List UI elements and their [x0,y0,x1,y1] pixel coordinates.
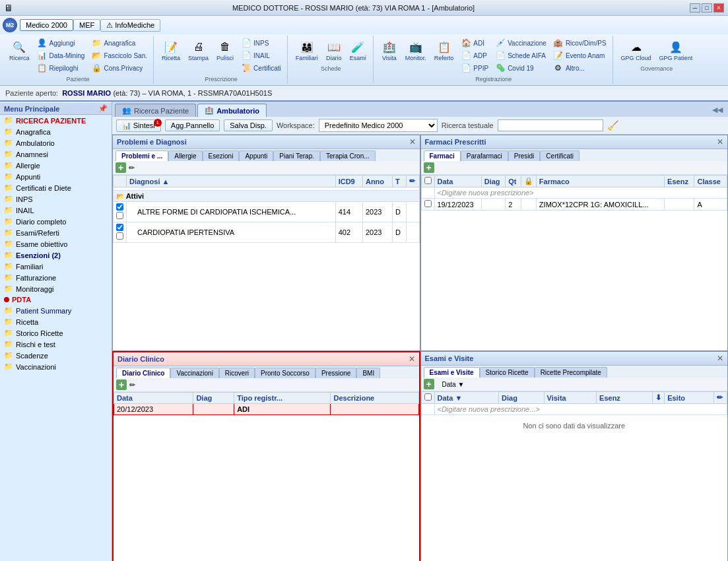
maximize-button[interactable]: □ [702,3,712,13]
close-button[interactable]: ✕ [713,3,724,13]
work-area-collapse[interactable]: ◀◀ [710,103,725,117]
salva-disp-button[interactable]: Salva Disp. [224,119,273,131]
inail-button[interactable]: 📄 INAIL [239,50,283,61]
table-row[interactable]: ALTRE FORME DI CARDIOPATIA ISCHEMICA... … [114,202,420,222]
sidebar-item-certificati-diete[interactable]: 📁 Certificati e Diete [0,182,112,193]
gpgpatient-button[interactable]: 👤 GPG Patient [657,37,696,63]
pulisci-button[interactable]: 🗑 Pulisci [214,37,236,63]
farmaco-check-1[interactable] [424,200,432,207]
sidebar-item-inps[interactable]: 📁 INPS [0,193,112,205]
ricetta-button[interactable]: 📝 Ricetta [159,37,183,63]
tab-pronto-soccorso[interactable]: Pronto Soccorso [255,368,315,378]
diagnosi-checkbox-4[interactable] [116,232,123,240]
sidebar-item-esame-obiettivo[interactable]: 📁 Esame obiettivo [0,238,112,249]
tab-ricoveri[interactable]: Ricoveri [219,368,255,378]
sidebar-item-allergie[interactable]: 📁 Allergie [0,160,112,171]
agg-pannello-button[interactable]: Agg.Pannello [165,119,220,131]
tab-storico-ricette[interactable]: Storico Ricette [480,367,535,378]
sidebar-item-esami-referti[interactable]: 📁 Esami/Referti [0,227,112,238]
tab-ambulatorio[interactable]: 🏥 Ambulatorio [197,104,267,117]
sidebar-item-familiari[interactable]: 📁 Familiari [0,261,112,272]
tab-bmi[interactable]: BMI [356,368,380,378]
toolbar-btn-mef[interactable]: MEF [73,19,100,31]
sidebar-item-diario-completo[interactable]: 📁 Diario completo [0,216,112,227]
tab-vaccinazioni[interactable]: Vaccinazioni [170,368,218,378]
sidebar-item-ambulatorio[interactable]: 📁 Ambulatorio [0,137,112,148]
adp-button[interactable]: 📄 ADP [459,50,490,61]
stampa-button[interactable]: 🖨 Stampa [185,37,211,63]
add-diagnosi-button[interactable]: + [116,162,126,173]
table-row[interactable]: 20/12/2023 ADI [114,404,419,415]
add-farmaco-button[interactable]: + [424,162,434,173]
add-diario-button[interactable]: + [116,380,127,390]
tab-allergie[interactable]: Allergie [168,150,202,161]
workspace-select[interactable]: Predefinito Medico 2000 [319,119,438,132]
covid19-button[interactable]: 🦠 Covid 19 [493,62,548,74]
diagnosi-checkbox-3[interactable] [116,224,123,231]
panel-farmaci-close[interactable]: ✕ [717,137,723,147]
anagrafica-button[interactable]: 📁 Anagrafica [89,37,149,49]
tab-diario-clinico[interactable]: Diario Clinico [116,368,170,378]
sidebar-item-anagrafica[interactable]: 📁 Anagrafica [0,126,112,137]
sidebar-item-scadenze[interactable]: 📁 Scadenze [0,350,112,361]
sidebar-item-pdta[interactable]: PDTA [0,294,112,305]
esami-select-all[interactable] [424,393,432,401]
esami-button[interactable]: 🧪 Esami [347,37,369,63]
search-input[interactable] [498,119,603,131]
vaccinazione-button[interactable]: 💉 Vaccinazione [493,37,548,49]
eventoanam-button[interactable]: 📝 Evento Anam [551,50,609,61]
aggiungi-button[interactable]: 👤 Aggiungi [35,37,87,49]
tab-terapia-cronica[interactable]: Terapia Cron... [320,150,376,161]
ppip-button[interactable]: 📄 PPIP [459,62,490,74]
familiari-button[interactable]: 👨‍👩‍👧 Familiari [293,37,321,63]
schedealfa-button[interactable]: 📄 Schede AIFA [493,50,548,61]
panel-esami-close[interactable]: ✕ [717,354,723,363]
add-esame-button[interactable]: + [424,379,434,389]
sidebar-item-ricerca-paziente[interactable]: 📁 RICERCA PAZIENTE [0,115,112,126]
altro-button[interactable]: ⚙ Altro... [551,62,609,74]
sidebar-item-inail[interactable]: 📁 INAIL [0,205,112,216]
tab-esami-visite[interactable]: Esami e Visite [424,367,480,378]
tab-pressione[interactable]: Pressione [315,368,356,378]
monitor-button[interactable]: 📺 Monitor. [403,37,429,63]
sidebar-pin[interactable]: 📌 [98,104,108,113]
sidebar-item-vaccinazioni[interactable]: 📁 Vaccinazioni [0,361,112,372]
datamining-button[interactable]: 📊 Data-Mining [35,50,87,61]
tab-ricette-precompilate[interactable]: Ricette Precompilate [535,367,607,378]
panel-problemi-close[interactable]: ✕ [409,137,416,147]
sidebar-item-storico-ricette[interactable]: 📁 Storico Ricette [0,327,112,339]
search-clear-icon[interactable]: 🧹 [607,120,618,131]
tab-appunti[interactable]: Appunti [239,150,273,161]
sidebar-item-esenzioni[interactable]: 📁 Esenzioni (2) [0,249,112,261]
sidebar-item-appunti[interactable]: 📁 Appunti [0,171,112,182]
inps-button[interactable]: 📄 INPS [239,37,283,49]
table-row[interactable]: CARDIOPATIA IPERTENSIVA 402 2023 D [114,222,420,243]
visita-button[interactable]: 🏥 Visita [379,37,400,63]
ricerca-button[interactable]: 🔍 Ricerca [7,37,32,63]
toolbar-btn-medico2000[interactable]: Medico 2000 [20,19,73,31]
ricovdimps-button[interactable]: 🏨 Ricov/Dim/PS [551,37,609,49]
diagnosi-checkbox-1[interactable] [116,203,123,211]
sidebar-item-anamnesi[interactable]: 📁 Anamnesi [0,148,112,160]
sidebar-item-ricetta[interactable]: 📁 Ricetta [0,316,112,327]
sidebar-item-monitoraggi[interactable]: 📁 Monitoraggi [0,283,112,294]
tab-parafarmaci[interactable]: Parafarmaci [461,150,508,161]
tab-farmaci[interactable]: Farmaci [424,150,461,161]
tab-certificati[interactable]: Certificati [540,150,579,161]
sintesi-button[interactable]: 📊 Sintesi 1 [116,119,161,132]
table-row[interactable]: 19/12/2023 2 ZIMOX*12CPR 1G: AMOXICILL..… [421,199,727,211]
adi-button[interactable]: 🏠 ADI [459,37,490,49]
diario-button[interactable]: 📖 Diario [323,37,345,63]
fascicolo-button[interactable]: 📂 Fascicolo San. [89,50,149,61]
sidebar-item-rischi-test[interactable]: 📁 Rischi e test [0,339,112,350]
diagnosi-checkbox-2[interactable] [116,212,123,219]
tab-ricerca-paziente[interactable]: 👥 Ricerca Paziente [115,104,196,117]
certificati-button[interactable]: 📜 Certificati [239,62,283,74]
tab-esenzioni[interactable]: Esezioni [203,150,240,161]
panel-diario-close[interactable]: ✕ [409,354,415,364]
farmaci-select-all[interactable] [424,177,432,184]
gpgcloud-button[interactable]: ☁ GPG Cloud [618,37,654,63]
referto-button[interactable]: 📋 Referto [432,37,457,63]
tab-problemi[interactable]: Problemi e ... [116,150,168,161]
tab-piani-terapeutici[interactable]: Piani Terap. [273,150,320,161]
